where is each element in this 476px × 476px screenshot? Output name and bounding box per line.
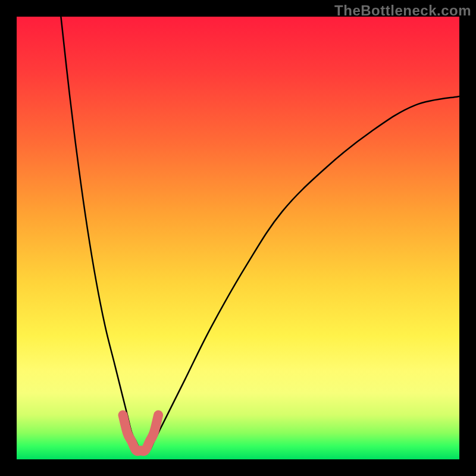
chart-overlay xyxy=(17,17,459,459)
curve-path xyxy=(61,17,459,451)
chart-frame xyxy=(17,17,459,459)
highlight-path xyxy=(123,415,159,452)
